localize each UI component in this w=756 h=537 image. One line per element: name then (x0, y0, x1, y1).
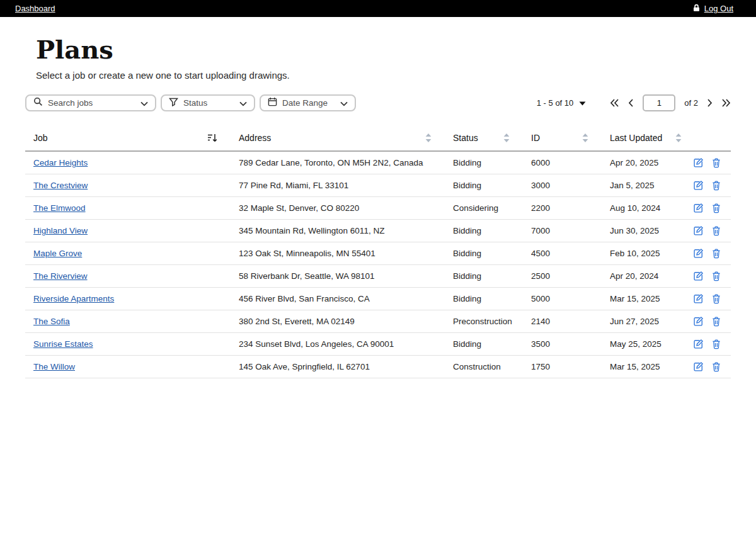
edit-icon[interactable] (693, 225, 704, 236)
id-cell: 3000 (531, 174, 610, 197)
id-cell: 2140 (531, 310, 610, 333)
table-row: Highland View 345 Mountain Rd, Wellingto… (25, 220, 731, 242)
job-link[interactable]: Riverside Apartments (33, 294, 114, 303)
column-header-id: ID (531, 133, 540, 143)
last-page-button[interactable] (721, 99, 731, 107)
id-cell: 4500 (531, 242, 610, 265)
range-text: 1 - 5 of 10 (537, 98, 574, 108)
edit-icon[interactable] (693, 316, 704, 327)
plans-table: Job Address Status ID (25, 129, 731, 378)
table-body: Cedar Heights 789 Cedar Lane, Toronto, O… (25, 151, 731, 378)
edit-icon[interactable] (693, 339, 704, 349)
address-cell: 123 Oak St, Minneapolis, MN 55401 (239, 242, 453, 265)
delete-icon[interactable] (711, 316, 721, 327)
sort-icon[interactable] (425, 133, 432, 142)
logout-button[interactable]: Log Out (692, 4, 733, 14)
next-page-button[interactable] (707, 99, 713, 107)
page-title: Plans (36, 36, 756, 64)
address-cell: 345 Mountain Rd, Wellington 6011, NZ (239, 220, 453, 242)
prev-page-button[interactable] (628, 99, 634, 107)
id-cell: 2200 (531, 197, 610, 220)
table-header-row: Job Address Status ID (25, 129, 731, 151)
address-cell: 380 2nd St, Everett, MA 02149 (239, 310, 453, 333)
job-link[interactable]: Maple Grove (33, 249, 82, 258)
column-header-job: Job (33, 133, 48, 143)
updated-cell: Apr 20, 2024 (610, 265, 693, 288)
job-link[interactable]: The Elmwood (33, 203, 86, 213)
filter-icon (169, 98, 178, 109)
status-filter-label: Status (183, 98, 207, 108)
job-link[interactable]: Cedar Heights (33, 158, 88, 167)
delete-icon[interactable] (711, 361, 721, 372)
table-row: The Elmwood 32 Maple St, Denver, CO 8022… (25, 197, 731, 220)
logout-label: Log Out (704, 4, 733, 13)
edit-icon[interactable] (693, 293, 704, 304)
id-cell: 5000 (531, 288, 610, 310)
id-cell: 7000 (531, 220, 610, 242)
dashboard-link[interactable]: Dashboard (15, 4, 55, 13)
status-cell: Preconstruction (453, 310, 531, 333)
delete-icon[interactable] (711, 225, 721, 236)
address-cell: 456 River Blvd, San Francisco, CA (239, 288, 453, 310)
sort-icon[interactable] (503, 133, 510, 142)
job-link[interactable]: The Willow (33, 362, 75, 371)
updated-cell: Apr 20, 2025 (610, 151, 693, 174)
id-cell: 6000 (531, 151, 610, 174)
updated-cell: Feb 10, 2025 (610, 242, 693, 265)
column-header-actions (693, 129, 731, 151)
delete-icon[interactable] (711, 203, 721, 213)
id-cell: 3500 (531, 333, 610, 356)
edit-icon[interactable] (693, 248, 704, 259)
edit-icon[interactable] (693, 271, 704, 281)
delete-icon[interactable] (711, 293, 721, 304)
calendar-icon (268, 97, 277, 109)
status-cell: Bidding (453, 265, 531, 288)
rows-per-page-dropdown[interactable]: 1 - 5 of 10 (537, 98, 587, 108)
page-number-input[interactable] (643, 94, 675, 111)
address-cell: 789 Cedar Lane, Toronto, ON M5H 2N2, Can… (239, 151, 453, 174)
table-row: The Crestview 77 Pine Rd, Miami, FL 3310… (25, 174, 731, 197)
search-jobs-dropdown[interactable]: Search jobs (25, 94, 156, 111)
status-cell: Considering (453, 197, 531, 220)
column-header-address: Address (239, 133, 271, 143)
delete-icon[interactable] (711, 180, 721, 191)
pagination: 1 - 5 of 10 of 2 (537, 94, 731, 111)
job-link[interactable]: The Sofia (33, 317, 70, 326)
address-cell: 145 Oak Ave, Springfield, IL 62701 (239, 356, 453, 378)
page-subtitle: Select a job or create a new one to star… (36, 70, 756, 81)
sort-alpha-icon[interactable] (207, 133, 217, 142)
sort-icon[interactable] (582, 133, 588, 142)
edit-icon[interactable] (693, 361, 704, 372)
date-range-dropdown[interactable]: Date Range (260, 94, 356, 111)
status-cell: Bidding (453, 333, 531, 356)
edit-icon[interactable] (693, 180, 704, 191)
lock-icon (692, 4, 701, 14)
topbar: Dashboard Log Out (0, 0, 756, 17)
delete-icon[interactable] (711, 248, 721, 259)
sort-icon[interactable] (675, 133, 682, 142)
first-page-button[interactable] (610, 99, 619, 107)
status-cell: Bidding (453, 242, 531, 265)
column-header-last-updated: Last Updated (610, 133, 662, 143)
address-cell: 234 Sunset Blvd, Los Angeles, CA 90001 (239, 333, 453, 356)
table-row: Sunrise Estates 234 Sunset Blvd, Los Ang… (25, 333, 731, 356)
updated-cell: Jun 30, 2025 (610, 220, 693, 242)
edit-icon[interactable] (693, 203, 704, 213)
updated-cell: Jun 27, 2025 (610, 310, 693, 333)
edit-icon[interactable] (693, 157, 704, 168)
table-row: The Riverview 58 Riverbank Dr, Seattle, … (25, 265, 731, 288)
job-link[interactable]: Highland View (33, 226, 88, 235)
delete-icon[interactable] (711, 271, 721, 281)
table-row: The Willow 145 Oak Ave, Springfield, IL … (25, 356, 731, 378)
address-cell: 77 Pine Rd, Miami, FL 33101 (239, 174, 453, 197)
delete-icon[interactable] (711, 339, 721, 349)
column-header-status: Status (453, 133, 478, 143)
status-filter-dropdown[interactable]: Status (161, 94, 255, 111)
table-row: Maple Grove 123 Oak St, Minneapolis, MN … (25, 242, 731, 265)
status-cell: Bidding (453, 288, 531, 310)
job-link[interactable]: The Riverview (33, 271, 88, 281)
status-cell: Bidding (453, 220, 531, 242)
job-link[interactable]: Sunrise Estates (33, 339, 93, 349)
delete-icon[interactable] (711, 157, 721, 168)
job-link[interactable]: The Crestview (33, 181, 88, 190)
